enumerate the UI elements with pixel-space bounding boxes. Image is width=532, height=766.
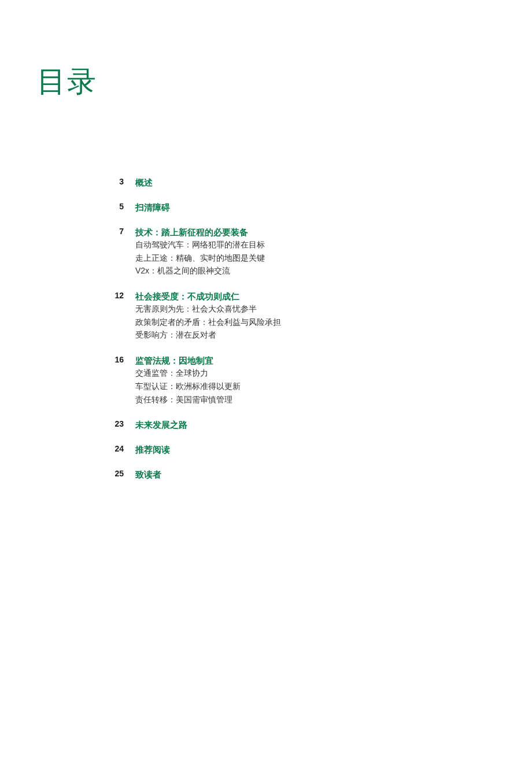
toc-content: 致读者 — [135, 468, 474, 480]
toc-subitem: 受影响方：潜在反对者 — [135, 329, 474, 342]
toc-entry: 3概述 — [109, 176, 474, 188]
toc-content: 未来发展之路 — [135, 419, 474, 431]
toc-subitem: 责任转移：美国需审慎管理 — [135, 394, 474, 406]
toc-page-number: 25 — [109, 468, 124, 478]
toc-entry: 25致读者 — [109, 468, 474, 480]
toc-heading: 扫清障碍 — [135, 201, 474, 213]
toc-page-number: 24 — [109, 443, 124, 453]
toc-entry: 7技术：踏上新征程的必要装备自动驾驶汽车：网络犯罪的潜在目标走上正途：精确、实时… — [109, 226, 474, 277]
toc-subitem: 车型认证：欧洲标准得以更新 — [135, 380, 474, 393]
toc-subitem: 走上正途：精确、实时的地图是关键 — [135, 252, 474, 265]
toc-subitem: V2x：机器之间的眼神交流 — [135, 265, 474, 277]
toc-content: 技术：踏上新征程的必要装备自动驾驶汽车：网络犯罪的潜在目标走上正途：精确、实时的… — [135, 226, 474, 277]
page-title: 目录 — [37, 62, 97, 101]
toc-page-number: 3 — [109, 176, 124, 186]
toc-entry: 5扫清障碍 — [109, 201, 474, 213]
toc-heading: 推荐阅读 — [135, 443, 474, 456]
toc-page-number: 23 — [109, 419, 124, 428]
toc-entry: 24推荐阅读 — [109, 443, 474, 456]
toc-page-number: 5 — [109, 201, 124, 211]
toc-heading: 监管法规：因地制宜 — [135, 354, 474, 367]
toc-subitem: 交通监管：全球协力 — [135, 367, 474, 380]
toc-heading: 未来发展之路 — [135, 419, 474, 431]
toc-subitem: 政策制定者的矛盾：社会利益与风险承担 — [135, 316, 474, 329]
toc-heading: 概述 — [135, 176, 474, 188]
toc-heading: 技术：踏上新征程的必要装备 — [135, 226, 474, 238]
toc-page-number: 7 — [109, 226, 124, 236]
toc-entry: 12社会接受度：不成功则成仁无害原则为先：社会大众喜忧参半政策制定者的矛盾：社会… — [109, 290, 474, 342]
toc-entry: 23未来发展之路 — [109, 419, 474, 431]
toc-page-number: 16 — [109, 354, 124, 364]
toc-content: 推荐阅读 — [135, 443, 474, 456]
toc-content: 扫清障碍 — [135, 201, 474, 213]
toc-container: 3概述5扫清障碍7技术：踏上新征程的必要装备自动驾驶汽车：网络犯罪的潜在目标走上… — [109, 176, 474, 493]
toc-content: 社会接受度：不成功则成仁无害原则为先：社会大众喜忧参半政策制定者的矛盾：社会利益… — [135, 290, 474, 342]
toc-heading: 致读者 — [135, 468, 474, 480]
toc-subitem: 无害原则为先：社会大众喜忧参半 — [135, 303, 474, 316]
toc-subitem: 自动驾驶汽车：网络犯罪的潜在目标 — [135, 239, 474, 251]
toc-entry: 16监管法规：因地制宜交通监管：全球协力车型认证：欧洲标准得以更新责任转移：美国… — [109, 354, 474, 406]
toc-heading: 社会接受度：不成功则成仁 — [135, 290, 474, 302]
toc-content: 监管法规：因地制宜交通监管：全球协力车型认证：欧洲标准得以更新责任转移：美国需审… — [135, 354, 474, 406]
toc-page-number: 12 — [109, 290, 124, 300]
toc-content: 概述 — [135, 176, 474, 188]
